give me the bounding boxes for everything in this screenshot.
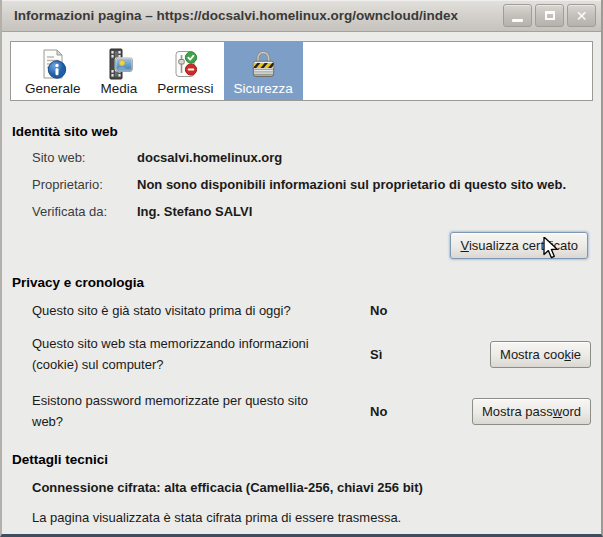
page-info-window: Informazioni pagina – https://docsalvi.h… — [0, 0, 603, 537]
owner-row: Proprietario: Non sono disponibili infor… — [32, 176, 591, 193]
filmstrip-photo-icon — [103, 48, 135, 80]
view-certificate-button[interactable]: Visualizza certificato — [450, 232, 588, 259]
cookies-question: Questo sito web sta memorizzando informa… — [32, 333, 370, 375]
padlock-icon — [247, 48, 279, 80]
tab-label: Media — [101, 81, 138, 96]
titlebar: Informazioni pagina – https://docsalvi.h… — [2, 0, 601, 32]
security-panel: Identità sito web Sito web: docsalvi.hom… — [2, 101, 601, 537]
tab-label: Sicurezza — [234, 81, 293, 96]
site-row: Sito web: docsalvi.homelinux.org — [32, 149, 591, 166]
document-info-icon — [37, 48, 69, 80]
minimize-icon — [512, 19, 523, 22]
owner-value: Non sono disponibili informazioni sul pr… — [137, 176, 591, 193]
site-label: Sito web: — [32, 149, 137, 166]
cookies-answer: Sì — [370, 347, 467, 362]
tab-generale[interactable]: Generale — [15, 42, 91, 100]
technical-section-title: Dettagli tecnici — [12, 452, 591, 468]
passwords-row: Esistono password memorizzate per questo… — [32, 390, 591, 432]
identity-section-title: Identità sito web — [12, 124, 591, 140]
close-button[interactable]: ✕ — [567, 4, 596, 27]
encrypted-page-line: La pagina visualizzata è stata cifrata p… — [32, 509, 591, 526]
show-passwords-button[interactable]: Mostra password — [472, 398, 591, 425]
tab-media[interactable]: Media — [91, 42, 148, 100]
close-icon: ✕ — [576, 9, 588, 23]
maximize-icon — [545, 11, 555, 20]
tab-toolbar: Generale — [10, 41, 593, 101]
tab-label: Permessi — [157, 81, 213, 96]
verified-by-row: Verificata da: Ing. Stefano SALVI — [32, 203, 591, 220]
privacy-section-title: Privacy e cronologia — [12, 275, 591, 291]
owner-label: Proprietario: — [32, 176, 137, 193]
site-value: docsalvi.homelinux.org — [137, 149, 591, 166]
minimize-button[interactable] — [503, 4, 532, 27]
tab-sicurezza[interactable]: Sicurezza — [224, 42, 303, 100]
visited-question: Questo sito è già stato visitato prima d… — [32, 300, 370, 321]
window-controls: ✕ — [503, 4, 596, 27]
encryption-strength-line: Connessione cifrata: alta efficacia (Cam… — [32, 479, 591, 496]
certificate-button-row: Visualizza certificato — [12, 232, 588, 259]
visited-row: Questo sito è già stato visitato prima d… — [32, 300, 591, 321]
window-title: Informazioni pagina – https://docsalvi.h… — [14, 0, 501, 32]
show-cookies-button[interactable]: Mostra cookie — [490, 341, 591, 368]
tab-label: Generale — [25, 81, 81, 96]
maximize-button[interactable] — [535, 4, 564, 27]
tab-permessi[interactable]: Permessi — [147, 42, 223, 100]
verified-by-label: Verificata da: — [32, 203, 137, 220]
passwords-question: Esistono password memorizzate per questo… — [32, 390, 370, 432]
verified-by-value: Ing. Stefano SALVI — [137, 203, 591, 220]
permissions-icon — [169, 48, 201, 80]
cookies-row: Questo sito web sta memorizzando informa… — [32, 333, 591, 375]
passwords-answer: No — [370, 404, 467, 419]
visited-answer: No — [370, 303, 467, 318]
